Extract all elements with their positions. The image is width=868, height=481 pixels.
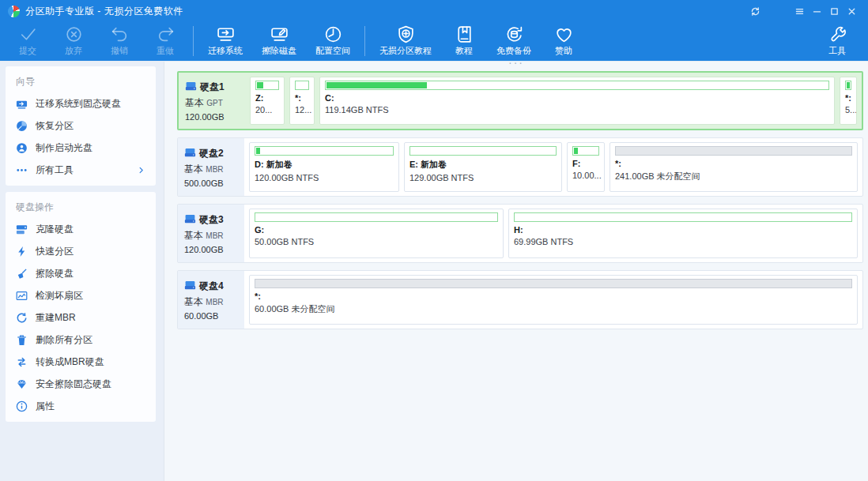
partition-block[interactable]: D: 新加卷 120.00GB NTFS bbox=[249, 142, 399, 192]
sidebar-item-rebuild-mbr[interactable]: 重建MBR bbox=[6, 306, 156, 329]
partition-label: C: bbox=[325, 93, 829, 103]
usage-bar-fill bbox=[326, 82, 427, 88]
toolbar-button-redo[interactable]: 重做 bbox=[142, 24, 188, 58]
sidebar-item-migrate-ssd[interactable]: 迁移系统到固态硬盘 bbox=[6, 92, 156, 115]
undo-icon bbox=[110, 24, 130, 44]
partition-size: 5... bbox=[845, 105, 851, 115]
partition-block[interactable]: C: 119.14GB NTFS bbox=[319, 77, 835, 125]
maximize-button[interactable] bbox=[825, 3, 843, 19]
partition-block[interactable]: *: 60.00GB 未分配空间 bbox=[249, 275, 858, 325]
partition-block[interactable]: *: 241.00GB 未分配空间 bbox=[609, 142, 858, 192]
partition-block[interactable]: H: 69.99GB NTFS bbox=[508, 209, 858, 258]
sidebar-item-dots-more[interactable]: 所有工具 bbox=[6, 159, 156, 181]
toolbar-button-label: 教程 bbox=[455, 45, 473, 57]
partition-block[interactable]: Z: 20... bbox=[250, 77, 285, 125]
toolbar-button-backup[interactable]: 免费备份 bbox=[487, 24, 541, 58]
erase-disk-icon bbox=[270, 24, 289, 44]
sidebar-item-secure-erase[interactable]: 安全擦除固态硬盘 bbox=[6, 373, 156, 395]
info-icon bbox=[16, 400, 28, 412]
disk-list-area: ··· 硬盘1 基本 GPT 120.00GB Z: 20... *: 12..… bbox=[164, 62, 868, 481]
usage-bar bbox=[409, 146, 557, 156]
sidebar-item-label: 快速分区 bbox=[36, 245, 74, 258]
sidebar-section-title: 硬盘操作 bbox=[6, 195, 156, 218]
sidebar-item-restore-pie[interactable]: 恢复分区 bbox=[6, 115, 156, 137]
disk-info-panel[interactable]: 硬盘1 基本 GPT 120.00GB bbox=[179, 73, 245, 129]
disk-info-panel[interactable]: 硬盘2 基本 MBR 500.00GB bbox=[178, 138, 244, 196]
disk-scheme: GPT bbox=[206, 99, 223, 107]
menu-button[interactable] bbox=[791, 3, 808, 19]
sidebar-item-wipe-disk[interactable]: 擦除硬盘 bbox=[6, 262, 156, 284]
toolbar-button-label: 无损分区教程 bbox=[379, 45, 432, 57]
partition-size: 69.99GB NTFS bbox=[514, 237, 852, 246]
toolbar-button-label: 赞助 bbox=[555, 45, 572, 57]
usage-bar-fill bbox=[256, 148, 260, 154]
toolbar-button-check[interactable]: 提交 bbox=[5, 24, 51, 58]
sidebar-item-label: 迁移系统到固态硬盘 bbox=[36, 97, 121, 111]
partition-block[interactable]: *: 5... bbox=[840, 77, 857, 125]
minimize-button[interactable] bbox=[808, 3, 825, 19]
sidebar-item-label: 制作启动光盘 bbox=[36, 141, 92, 155]
toolbar-button-heart[interactable]: 赞助 bbox=[541, 24, 587, 58]
hdd-icon bbox=[184, 213, 196, 227]
disk-name: 硬盘3 bbox=[184, 213, 244, 227]
bad-sector-icon bbox=[16, 290, 28, 302]
sidebar-item-delete-partitions[interactable]: 删除所有分区 bbox=[6, 329, 156, 351]
partition-size: 10.00... bbox=[572, 171, 599, 180]
partition-size: 50.00GB NTFS bbox=[255, 237, 498, 246]
wipe-disk-icon bbox=[16, 268, 28, 280]
app-logo-icon bbox=[8, 6, 20, 17]
usage-bar-fill bbox=[847, 82, 850, 88]
partition-block[interactable]: *: 12... bbox=[289, 77, 315, 125]
splitter-handle[interactable]: ··· bbox=[508, 62, 524, 66]
sidebar: 向导 迁移系统到固态硬盘 恢复分区 制作启动光盘 所有工具 bbox=[0, 62, 164, 481]
toolbar-button-book[interactable]: 教程 bbox=[441, 24, 487, 58]
dots-more-icon bbox=[16, 164, 28, 176]
partition-label: *: bbox=[615, 159, 852, 168]
partition-block[interactable]: F: 10.00... bbox=[567, 142, 605, 192]
restore-pie-icon bbox=[16, 120, 28, 132]
sidebar-item-label: 擦除硬盘 bbox=[36, 267, 74, 280]
toolbar-button-tools[interactable]: 工具 bbox=[814, 24, 860, 58]
partition-strip: *: 60.00GB 未分配空间 bbox=[244, 271, 862, 329]
disk-size: 120.00GB bbox=[185, 112, 245, 122]
close-button[interactable] bbox=[843, 3, 860, 19]
toolbar-button-label: 提交 bbox=[19, 45, 36, 57]
partition-label: *: bbox=[845, 93, 851, 103]
disk-row: 硬盘3 基本 MBR 120.00GB G: 50.00GB NTFS H: 6… bbox=[177, 204, 863, 263]
partition-block[interactable]: G: 50.00GB NTFS bbox=[249, 209, 504, 258]
usage-bar bbox=[255, 146, 394, 156]
disk-name: 硬盘1 bbox=[185, 81, 245, 94]
toolbar-button-discard[interactable]: 放弃 bbox=[51, 24, 96, 58]
sidebar-item-boot-disc[interactable]: 制作启动光盘 bbox=[6, 137, 156, 159]
toolbar-button-shield-plus[interactable]: 无损分区教程 bbox=[370, 24, 441, 58]
sidebar-item-quick-partition[interactable]: 快速分区 bbox=[6, 240, 156, 262]
toolbar-button-undo[interactable]: 撤销 bbox=[96, 24, 142, 58]
sidebar-item-info[interactable]: 属性 bbox=[6, 395, 156, 417]
disk-info-panel[interactable]: 硬盘4 基本 MBR 60.00GB bbox=[178, 271, 244, 329]
partition-label: *: bbox=[295, 93, 309, 103]
partition-label: F: bbox=[572, 159, 599, 168]
partition-size: 20... bbox=[255, 105, 279, 115]
disk-row: 硬盘2 基本 MBR 500.00GB D: 新加卷 120.00GB NTFS… bbox=[177, 137, 863, 197]
toolbar-divider bbox=[193, 26, 194, 56]
usage-bar bbox=[845, 81, 851, 90]
toolbar: 提交 放弃 撤销 重做 迁移系统 擦除磁盘 配置空间 无损分区教程 教程 免费备… bbox=[0, 22, 868, 61]
sidebar-item-bad-sector[interactable]: 检测坏扇区 bbox=[6, 284, 156, 306]
usage-bar bbox=[514, 212, 852, 222]
partition-label: Z: bbox=[255, 93, 279, 103]
toolbar-button-clock[interactable]: 配置空间 bbox=[306, 24, 360, 58]
partition-size: 12... bbox=[295, 105, 309, 115]
sidebar-item-clone-disk[interactable]: 克隆硬盘 bbox=[6, 218, 156, 240]
sidebar-item-convert-mbr[interactable]: 转换成MBR硬盘 bbox=[6, 351, 156, 373]
toolbar-button-erase-disk[interactable]: 擦除磁盘 bbox=[252, 24, 306, 58]
refresh-button[interactable] bbox=[746, 3, 764, 19]
book-icon bbox=[455, 24, 474, 44]
migrate-ssd-icon bbox=[16, 98, 28, 110]
sidebar-item-label: 属性 bbox=[36, 400, 55, 413]
window-controls bbox=[746, 3, 860, 19]
partition-block[interactable]: E: 新加卷 129.00GB NTFS bbox=[404, 142, 562, 192]
partition-size: 119.14GB NTFS bbox=[325, 105, 829, 115]
sidebar-section: 向导 迁移系统到固态硬盘 恢复分区 制作启动光盘 所有工具 bbox=[6, 66, 156, 186]
disk-info-panel[interactable]: 硬盘3 基本 MBR 120.00GB bbox=[178, 205, 244, 262]
toolbar-button-migrate-system[interactable]: 迁移系统 bbox=[198, 24, 252, 58]
